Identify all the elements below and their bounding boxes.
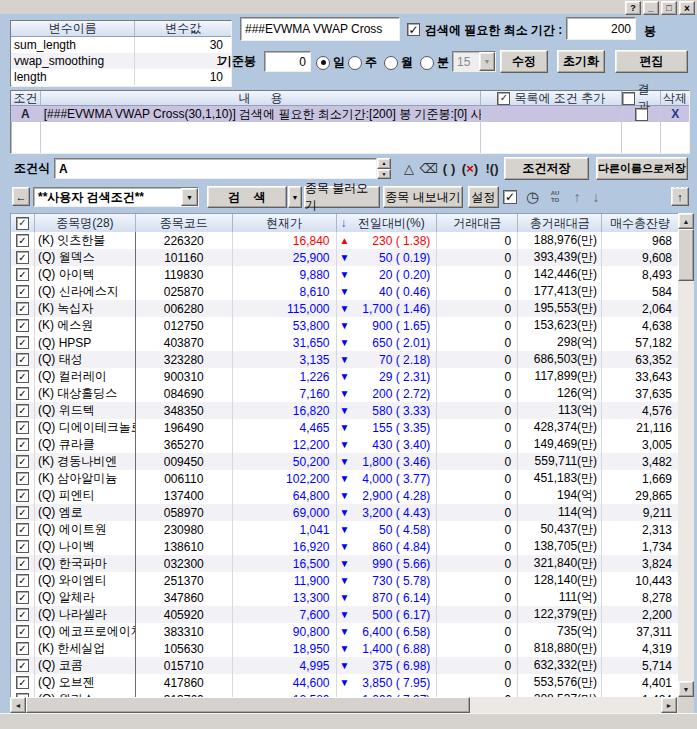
save-condition-button[interactable]: 조건저장 [504,157,589,180]
stock-row[interactable]: ✓ (K) 녹십자 006280 115,000 ▼ 1,700 ( 1.46)… [11,300,678,317]
row-checkbox[interactable]: ✓ [16,523,29,536]
expression-input[interactable]: A [54,158,377,179]
minute-select[interactable]: 15 ▼ [452,51,496,72]
scroll-left-button[interactable]: ◄ [10,697,26,713]
result-header-checkbox[interactable] [622,92,634,105]
header-volume[interactable]: 거래대금 [437,214,518,233]
toolbar-checkbox[interactable]: ✓ [503,190,517,204]
stock-row[interactable]: ✓ (Q) 월덱스 101160 25,900 ▼ 50 ( 0.19) 0 3… [11,249,678,266]
stock-row[interactable]: ✓ (Q) 에코프로에이치엔 383310 90,800 ▼ 6,400 ( 6… [11,623,678,640]
condition-header-add[interactable]: ✓ 목록에 조건 추가 [481,91,622,106]
select-all-header[interactable]: ✓ [11,214,35,233]
row-checkbox[interactable]: ✓ [16,234,29,247]
spin-up-icon[interactable]: ▲ [377,158,391,169]
dock-left-button[interactable]: ← [12,187,30,206]
help-button[interactable]: ? [625,1,641,15]
row-checkbox[interactable]: ✓ [16,557,29,570]
condition-name-input[interactable]: ###EVWMA VWAP Cross [240,17,400,41]
eraser-icon[interactable]: ⌫ [420,159,438,177]
variables-header-name[interactable]: 변수이름 [11,21,135,37]
row-checkbox[interactable]: ✓ [16,506,29,519]
row-checkbox[interactable]: ✓ [16,268,29,281]
maximize-button[interactable]: □ [661,1,677,15]
move-up-icon[interactable]: ↑ [570,188,584,205]
expression-spinner[interactable]: ▲ ▼ [377,158,391,179]
min-period-input[interactable]: 200 [566,17,636,40]
triangle-icon[interactable]: △ [400,159,418,177]
row-checkbox[interactable]: ✓ [16,659,29,672]
period-radio-day[interactable]: 일 [316,54,345,71]
variable-row[interactable]: vwap_smoothing 1 [11,53,231,69]
row-checkbox[interactable]: ✓ [16,455,29,468]
row-checkbox[interactable]: ✓ [16,285,29,298]
stock-row[interactable]: ✓ (Q) 위드텍 348350 16,820 ▼ 580 ( 3.33) 0 … [11,402,678,419]
add-to-list-checkbox[interactable]: ✓ [497,92,510,105]
row-checkbox[interactable]: ✓ [16,574,29,587]
condition-row-a[interactable]: A [###EVWMA VWAP Cross(30,1,10)] 검색에 필요한… [11,106,689,122]
variable-row[interactable]: sum_length 30 [11,37,231,53]
stock-row[interactable]: ✓ (K) 잇츠한불 226320 16,840 ▲ 230 ( 1.38) 0… [11,232,678,249]
chevron-down-icon[interactable]: ▼ [181,188,198,206]
stock-row[interactable]: ✓ (Q) 알체라 347860 13,300 ▼ 870 ( 6.14) 0 … [11,589,678,606]
row-checkbox[interactable]: ✓ [16,591,29,604]
min-period-checkbox[interactable]: ✓ [407,23,420,36]
save-as-button[interactable]: 다른이름으로저장 [596,157,688,180]
spin-down-icon[interactable]: ▼ [377,169,391,180]
stock-row[interactable]: ✓ (K) 대상홀딩스 084690 7,160 ▼ 200 ( 2.72) 0… [11,385,678,402]
stock-row[interactable]: ✓ (Q) 태성 323280 3,135 ▼ 70 ( 2.18) 0 686… [11,351,678,368]
period-radio-month[interactable]: 월 [384,54,413,71]
stock-row[interactable]: ✓ (K) 삼아알미늄 006110 102,200 ▼ 4,000 ( 3.7… [11,470,678,487]
stock-row[interactable]: ✓ (Q) 와이엠티 251370 11,900 ▼ 730 ( 5.78) 0… [11,572,678,589]
stock-row[interactable]: ✓ (K) 한세실업 105630 18,950 ▼ 1,400 ( 6.88)… [11,640,678,657]
row-checkbox[interactable]: ✓ [16,370,29,383]
variables-header-value[interactable]: 변수값 [135,21,231,37]
row-checkbox[interactable]: ✓ [16,608,29,621]
stock-row[interactable]: ✓ (Q) HPSP 403870 31,650 ▼ 650 ( 2.01) 0… [11,334,678,351]
not-parentheses-icon[interactable]: !() [482,159,502,177]
stock-row[interactable]: ✓ (Q) 피엔티 137400 64,800 ▼ 2,900 ( 4.28) … [11,487,678,504]
period-radio-week[interactable]: 주 [348,54,377,71]
stock-row[interactable]: ✓ (K) 경동나비엔 009450 50,200 ▼ 1,800 ( 3.46… [11,453,678,470]
stock-row[interactable]: ✓ (Q) 디에이테크놀로지 196490 4,465 ▼ 155 ( 3.35… [11,419,678,436]
row-checkbox[interactable]: ✓ [16,404,29,417]
condition-header-result[interactable]: 결과 [622,91,661,106]
horizontal-scroll-thumb[interactable] [26,697,470,713]
row-checkbox[interactable]: ✓ [16,438,29,451]
stock-row[interactable]: ✓ (Q) 한국파마 032300 16,500 ▼ 990 ( 5.66) 0… [11,555,678,572]
settings-button[interactable]: 설정 [468,186,499,208]
header-change[interactable]: ↓ 전일대비(%) [337,214,438,233]
row-checkbox[interactable]: ✓ [16,353,29,366]
stock-row[interactable]: ✓ (Q) 엠로 058970 69,000 ▼ 3,200 ( 4.43) 0… [11,504,678,521]
search-button[interactable]: 검 색 [207,186,287,208]
vertical-scrollbar[interactable]: ▲ ▼ [678,213,694,697]
row-checkbox[interactable]: ✓ [16,540,29,553]
export-symbols-button[interactable]: 종목 내보내기 [383,186,463,208]
select-all-checkbox[interactable]: ✓ [16,217,29,230]
row-checkbox[interactable]: ✓ [16,642,29,655]
stock-row[interactable]: ✓ (Q) 코콤 015710 4,995 ▼ 375 ( 6.98) 0 63… [11,657,678,674]
stock-row[interactable]: ✓ (Q) 큐라클 365270 12,200 ▼ 430 ( 3.40) 0 … [11,436,678,453]
row-checkbox[interactable]: ✓ [16,319,29,332]
popup-window-button[interactable]: ↑ [671,187,689,206]
reset-button[interactable]: 초기화 [557,50,605,73]
stock-row[interactable]: ✓ (Q) 컬러레이 900310 1,226 ▼ 29 ( 2.31) 0 1… [11,368,678,385]
load-symbols-button[interactable]: 종목 불러오기 [304,186,380,208]
base-bar-input[interactable]: 0 [264,51,311,72]
variable-row[interactable]: length 10 [11,69,231,85]
preset-combo[interactable]: **사용자 검색조건** ▼ [33,187,199,207]
stock-row[interactable]: ✓ (Q) 오브젠 417860 44,600 ▼ 3,850 ( 7.95) … [11,674,678,691]
row-checkbox[interactable]: ✓ [16,421,29,434]
stock-row[interactable]: ✓ (Q) 신라에스지 025870 8,610 ▼ 40 ( 0.46) 0 … [11,283,678,300]
stock-row[interactable]: ✓ (Q) 아이텍 119830 9,880 ▼ 20 ( 0.20) 0 14… [11,266,678,283]
row-checkbox[interactable]: ✓ [16,387,29,400]
row-checkbox[interactable]: ✓ [16,472,29,485]
row-checkbox[interactable]: ✓ [16,336,29,349]
row-checkbox[interactable]: ✓ [16,302,29,315]
row-checkbox[interactable]: ✓ [16,489,29,502]
edit-button[interactable]: 편집 [615,50,688,73]
scroll-right-button[interactable]: ► [661,697,677,713]
header-code[interactable]: 종목코드 [136,214,233,233]
condition-header-content[interactable]: 내 용 [41,91,481,106]
row-checkbox[interactable]: ✓ [16,251,29,264]
header-buy[interactable]: 매수총잔량 [602,214,678,233]
